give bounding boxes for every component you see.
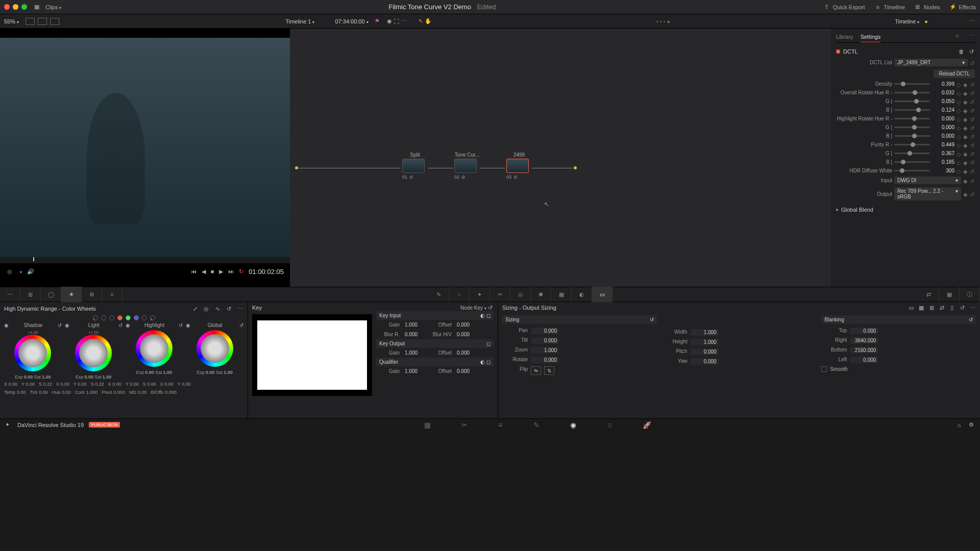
node-key-dropdown[interactable]: Node Key xyxy=(460,305,486,311)
param-value[interactable]: 0.000 xyxy=(932,133,954,139)
keyframe-prev-icon[interactable]: ◇ xyxy=(957,82,962,87)
flip-v-button[interactable]: ⇅ xyxy=(544,366,554,375)
effects-button[interactable]: ⚡ Effects xyxy=(949,4,976,11)
view-single-icon[interactable] xyxy=(26,18,35,25)
motion-icon[interactable]: ⚙ xyxy=(82,287,102,302)
reset-icon[interactable]: ↺ xyxy=(968,48,975,55)
play-button[interactable]: ▶ xyxy=(219,268,223,275)
reset-icon[interactable]: ↺ xyxy=(970,90,975,95)
matte-icon[interactable]: ◻ xyxy=(486,313,491,318)
param-slider[interactable] xyxy=(894,135,930,137)
stabilize-icon[interactable]: ✱ xyxy=(531,287,551,302)
zone-icon[interactable]: ◎ xyxy=(203,305,210,312)
keyframe-icon[interactable]: ◆ xyxy=(963,168,968,173)
reset-icon[interactable]: ↺ xyxy=(970,134,975,139)
zoom-field[interactable]: 1.000 xyxy=(531,347,559,354)
page-media[interactable]: ▦ xyxy=(424,421,431,429)
tab-library[interactable]: Library xyxy=(836,32,853,42)
wheel-enable-icon[interactable]: ◉ xyxy=(186,322,190,328)
color-wheel-global[interactable] xyxy=(197,330,233,367)
zoom-dropdown[interactable]: 55% xyxy=(4,18,19,24)
param-slider[interactable] xyxy=(894,92,930,93)
keyframe-prev-icon[interactable]: ◇ xyxy=(957,116,962,121)
reset-icon[interactable]: ↺ xyxy=(970,99,975,104)
reset-icon[interactable]: ↺ xyxy=(58,322,62,328)
prev-frame-button[interactable]: ◀ xyxy=(202,268,206,275)
reset-icon[interactable]: ↺ xyxy=(225,305,232,312)
reset-icon[interactable]: ↺ xyxy=(970,178,975,183)
flip-h-button[interactable]: ⇋ xyxy=(531,366,541,375)
smooth-checkbox[interactable] xyxy=(821,366,827,372)
expand-icon[interactable]: ⛶ xyxy=(393,18,400,25)
quick-export-button[interactable]: ⇪ Quick Export xyxy=(823,4,865,11)
clips-dropdown[interactable]: Clips xyxy=(45,4,61,10)
param-value[interactable]: 0.449 xyxy=(932,142,954,147)
warper-icon[interactable]: ⊞ xyxy=(20,287,41,302)
page-deliver[interactable]: 🚀 xyxy=(643,421,651,429)
picker-dropdown[interactable] xyxy=(18,268,22,274)
pen-icon[interactable]: ✎ xyxy=(429,287,449,302)
tracker-icon[interactable]: ◎ xyxy=(510,287,531,302)
polygon-icon[interactable]: ✦ xyxy=(470,287,490,302)
reset-icon[interactable]: ↺ xyxy=(179,322,183,328)
enable-dot-icon[interactable] xyxy=(836,49,840,54)
reset-icon[interactable]: ↺ xyxy=(970,160,975,165)
rotate-field[interactable]: 0.000 xyxy=(531,357,559,363)
expand-icon[interactable]: ⤢ xyxy=(191,305,199,312)
trash-icon[interactable]: 🗑 xyxy=(958,48,965,55)
color-wheel-shadow[interactable] xyxy=(14,335,51,371)
pan-field[interactable]: 0.000 xyxy=(531,328,559,334)
right-field[interactable]: 3840.000 xyxy=(850,337,878,344)
node-graph[interactable]: Split 01⊘ Tone Cur... 02⊘ 2499 03⊘ ↖ xyxy=(290,29,831,287)
keyframe-icon[interactable]: ◆ xyxy=(963,191,968,196)
reset-icon[interactable]: ↺ xyxy=(970,125,975,130)
keyframe-icon[interactable]: ◆ xyxy=(963,134,968,139)
wheel-zone-tabs[interactable]: ‹› xyxy=(4,313,243,322)
param-value[interactable]: 0.367 xyxy=(932,151,954,156)
keyframe-prev-icon[interactable]: ◇ xyxy=(957,151,962,156)
page-fusion[interactable]: ✎ xyxy=(533,421,540,429)
picker-icon[interactable]: ✂ xyxy=(490,287,510,302)
pitch-field[interactable]: 0.000 xyxy=(691,348,719,355)
sizing-mode-icon[interactable]: ▦ xyxy=(918,304,925,311)
param-value[interactable]: 300 xyxy=(932,168,954,173)
wheel-enable-icon[interactable]: ◉ xyxy=(65,322,69,328)
global-blend-toggle[interactable]: ▸ Global Blend xyxy=(836,202,975,214)
param-value[interactable]: 0.000 xyxy=(932,116,954,121)
reset-icon[interactable]: ↺ xyxy=(970,168,975,173)
node-tonecurve[interactable]: Tone Cur... 02⊘ xyxy=(454,152,480,180)
graph-icon[interactable]: ∿ xyxy=(214,305,221,312)
flag-icon[interactable]: ⚑ xyxy=(374,18,381,25)
stop-button[interactable]: ■ xyxy=(211,268,214,274)
param-slider[interactable] xyxy=(894,83,930,85)
viewer-image[interactable] xyxy=(0,38,290,257)
sizing-mode-icon[interactable]: ▯ xyxy=(948,304,955,311)
blur-icon[interactable]: ▦ xyxy=(551,287,572,302)
wheel-enable-icon[interactable]: ◉ xyxy=(126,322,130,328)
home-icon[interactable]: ⌂ xyxy=(955,421,963,429)
keyframe-icon[interactable]: ◆ xyxy=(963,99,968,104)
timeline-button[interactable]: ≡ Timeline xyxy=(874,4,905,11)
keyframe-icon[interactable]: ◆ xyxy=(963,178,968,183)
color-wheel-highlight[interactable] xyxy=(136,330,173,367)
reset-icon[interactable]: ↺ xyxy=(970,82,975,87)
viewer-scrubber[interactable] xyxy=(0,257,290,263)
pointer-icon[interactable]: ↖ xyxy=(418,18,425,25)
width-field[interactable]: 1.000 xyxy=(691,329,719,336)
window-controls[interactable] xyxy=(4,4,27,10)
volume-icon[interactable]: 🔊 xyxy=(27,268,34,275)
more-icon[interactable]: ⋯ xyxy=(969,18,976,25)
curves-icon[interactable]: 〰 xyxy=(0,287,20,302)
tab-settings[interactable]: Settings xyxy=(861,32,881,42)
left-field[interactable]: 0.000 xyxy=(850,357,878,363)
keyframe-icon[interactable]: ◆ xyxy=(963,160,968,165)
keyframe-icon[interactable]: ◆ xyxy=(963,90,968,95)
sizing-icon[interactable]: ▭ xyxy=(592,287,612,302)
param-value[interactable]: 0.050 xyxy=(932,98,954,104)
tilt-field[interactable]: 0.000 xyxy=(531,337,559,344)
keyframe-icon[interactable]: ◆ xyxy=(963,82,968,87)
invert-icon[interactable]: ◐ xyxy=(480,313,485,318)
keyframe-icon[interactable]: ◆ xyxy=(963,151,968,156)
sizing-mode-icon[interactable]: ⇄ xyxy=(938,304,945,311)
lightbox-icon[interactable]: ▦ xyxy=(939,287,960,302)
